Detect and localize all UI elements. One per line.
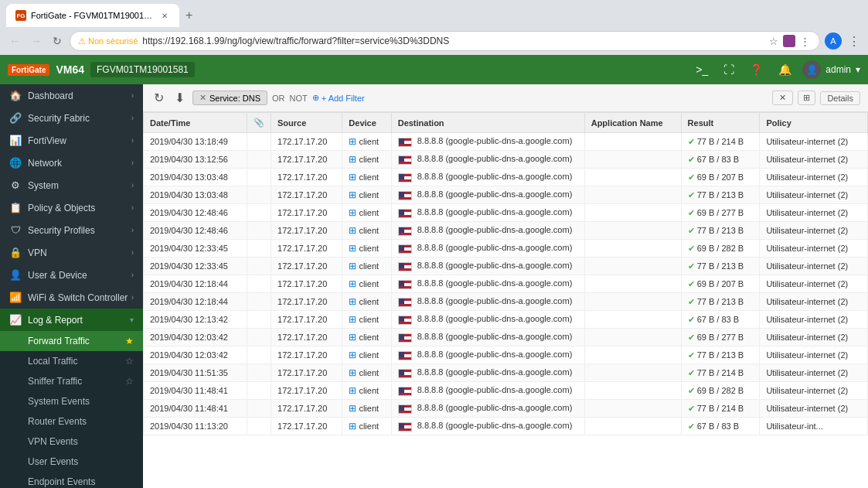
clear-filter-btn[interactable]: ✕ [772, 90, 793, 105]
sidebar-item-log-report[interactable]: 📈 Log & Report ▾ [0, 309, 143, 331]
us-flag-icon [398, 316, 412, 325]
address-bar[interactable]: ⚠ Non sécurisé https://192.168.1.99/ng/l… [70, 31, 820, 51]
table-row[interactable]: 2019/04/30 12:03:42 172.17.17.20 ⊞ clien… [144, 346, 868, 364]
cell-destination: 8.8.8.8 (google-public-dns-a.google.com) [391, 364, 584, 382]
sidebar-sub-forward-traffic[interactable]: Forward Traffic ★ [0, 331, 143, 351]
sidebar-item-policy-objects[interactable]: 📋 Policy & Objects › [0, 196, 143, 219]
extension-icon [783, 35, 795, 47]
sidebar-sub-system-events[interactable]: System Events [0, 391, 143, 411]
cell-result: ✔ 69 B / 277 B [681, 329, 760, 346]
sidebar-label-log: Log & Report [28, 315, 83, 326]
sidebar-item-dashboard[interactable]: 🏠 Dashboard › [0, 84, 143, 107]
log-chevron: ▾ [130, 316, 134, 324]
menu-btn[interactable]: ⋮ [798, 34, 812, 49]
browser-menu-btn[interactable]: ⋮ [846, 32, 862, 50]
cell-datetime: 2019/04/30 12:33:45 [144, 258, 247, 275]
table-row[interactable]: 2019/04/30 13:12:56 172.17.17.20 ⊞ clien… [144, 151, 868, 169]
cell-device: ⊞ client [342, 258, 391, 275]
grid-view-btn[interactable]: ⊞ [798, 90, 815, 105]
filter-chip-close[interactable]: ✕ [199, 93, 206, 103]
content-area: ↻ ⬇ ✕ Service: DNS OR NOT ⊕ + Add Filter… [143, 84, 868, 488]
reload-button[interactable]: ↻ [49, 32, 65, 50]
bookmark-btn[interactable]: ☆ [768, 34, 780, 49]
address-bar-row: ← → ↻ ⚠ Non sécurisé https://192.168.1.9… [0, 27, 868, 55]
tab-close-btn[interactable]: ✕ [159, 10, 170, 21]
back-button[interactable]: ← [6, 32, 23, 50]
sniffer-traffic-star[interactable]: ☆ [125, 376, 134, 387]
details-btn[interactable]: Details [820, 91, 860, 105]
cell-datetime: 2019/04/30 12:13:42 [144, 311, 247, 329]
cell-app-name [584, 275, 681, 293]
table-row[interactable]: 2019/04/30 11:48:41 172.17.17.20 ⊞ clien… [144, 400, 868, 418]
cell-attachment [247, 311, 271, 329]
check-icon: ✔ [688, 244, 695, 253]
table-row[interactable]: 2019/04/30 12:18:44 172.17.17.20 ⊞ clien… [144, 275, 868, 293]
profile-avatar[interactable]: A [825, 32, 842, 49]
cell-source: 172.17.17.20 [271, 240, 342, 258]
table-row[interactable]: 2019/04/30 12:18:44 172.17.17.20 ⊞ clien… [144, 293, 868, 311]
fullscreen-btn[interactable]: ⛶ [719, 60, 739, 79]
col-policy[interactable]: Policy [760, 113, 868, 133]
cell-policy: Utilisateur-internet (2) [760, 151, 868, 169]
table-row[interactable]: 2019/04/30 13:03:48 172.17.17.20 ⊞ clien… [144, 169, 868, 186]
table-row[interactable]: 2019/04/30 12:03:42 172.17.17.20 ⊞ clien… [144, 329, 868, 346]
sidebar-sub-user-events[interactable]: User Events [0, 452, 143, 472]
sidebar-item-system[interactable]: ⚙ System › [0, 174, 143, 196]
table-row[interactable]: 2019/04/30 12:33:45 172.17.17.20 ⊞ clien… [144, 240, 868, 258]
sidebar-sub-endpoint-events[interactable]: Endpoint Events [0, 472, 143, 488]
col-datetime[interactable]: Date/Time [144, 113, 247, 133]
col-device[interactable]: Device [342, 113, 391, 133]
forward-traffic-star[interactable]: ★ [125, 336, 134, 346]
security-profiles-icon: 🛡 [9, 224, 22, 236]
dashboard-icon: 🏠 [9, 90, 22, 101]
col-destination[interactable]: Destination [391, 113, 584, 133]
table-row[interactable]: 2019/04/30 13:18:49 172.17.17.20 ⊞ clien… [144, 133, 868, 151]
cell-app-name [584, 258, 681, 275]
sidebar-sub-local-traffic[interactable]: Local Traffic ☆ [0, 351, 143, 371]
table-row[interactable]: 2019/04/30 12:48:46 172.17.17.20 ⊞ clien… [144, 222, 868, 240]
sidebar-item-security-profiles[interactable]: 🛡 Security Profiles › [0, 219, 143, 241]
bell-btn[interactable]: 🔔 [774, 60, 796, 79]
cell-destination: 8.8.8.8 (google-public-dns-a.google.com) [391, 275, 584, 293]
download-btn[interactable]: ⬇ [172, 89, 188, 107]
terminal-btn[interactable]: >_ [691, 60, 713, 79]
sidebar-item-vpn[interactable]: 🔒 VPN › [0, 241, 143, 264]
sidebar-item-wifi-switch[interactable]: 📶 WiFi & Switch Controller › [0, 286, 143, 309]
table-row[interactable]: 2019/04/30 12:13:42 172.17.17.20 ⊞ clien… [144, 311, 868, 329]
table-row[interactable]: 2019/04/30 11:51:35 172.17.17.20 ⊞ clien… [144, 364, 868, 382]
table-row[interactable]: 2019/04/30 11:48:41 172.17.17.20 ⊞ clien… [144, 382, 868, 400]
table-row[interactable]: 2019/04/30 12:33:45 172.17.17.20 ⊞ clien… [144, 258, 868, 275]
refresh-btn[interactable]: ↻ [151, 89, 167, 107]
sidebar-item-fortiview[interactable]: 📊 FortiView › [0, 129, 143, 152]
table-row[interactable]: 2019/04/30 13:03:48 172.17.17.20 ⊞ clien… [144, 186, 868, 204]
cell-app-name [584, 293, 681, 311]
windows-icon: ⊞ [349, 243, 356, 254]
col-attachment[interactable]: 📎 [247, 113, 271, 133]
table-row[interactable]: 2019/04/30 11:13:20 172.17.17.20 ⊞ clien… [144, 418, 868, 435]
sidebar-sub-sniffer-traffic[interactable]: Sniffer Traffic ☆ [0, 371, 143, 391]
col-result[interactable]: Result [681, 113, 760, 133]
col-app-name[interactable]: Application Name [584, 113, 681, 133]
col-source[interactable]: Source [271, 113, 342, 133]
sidebar-sub-router-events[interactable]: Router Events [0, 411, 143, 432]
admin-area[interactable]: 👤 admin ▾ [802, 60, 860, 79]
sidebar-sub-vpn-events[interactable]: VPN Events [0, 432, 143, 452]
windows-icon: ⊞ [349, 225, 356, 236]
new-tab-button[interactable]: + [179, 4, 199, 27]
local-traffic-star[interactable]: ☆ [125, 356, 134, 367]
active-tab[interactable]: FG FortiGate - FGVM01TM19001581 ✕ [6, 4, 179, 27]
forward-button[interactable]: → [28, 32, 45, 50]
check-icon: ✔ [688, 137, 695, 146]
cell-destination: 8.8.8.8 (google-public-dns-a.google.com) [391, 258, 584, 275]
filter-chip-dns[interactable]: ✕ Service: DNS [192, 90, 267, 105]
table-row[interactable]: 2019/04/30 12:48:46 172.17.17.20 ⊞ clien… [144, 204, 868, 222]
sidebar-item-security-fabric[interactable]: 🔗 Security Fabric › [0, 107, 143, 129]
cell-source: 172.17.17.20 [271, 204, 342, 222]
sidebar-item-user-device[interactable]: 👤 User & Device › [0, 264, 143, 286]
help-btn[interactable]: ❓ [745, 60, 768, 79]
sidebar-item-network[interactable]: 🌐 Network › [0, 152, 143, 174]
cell-device: ⊞ client [342, 293, 391, 311]
add-filter-btn[interactable]: ⊕ + Add Filter [312, 93, 365, 103]
cell-datetime: 2019/04/30 12:18:44 [144, 293, 247, 311]
cell-result: ✔ 67 B / 83 B [681, 418, 760, 435]
